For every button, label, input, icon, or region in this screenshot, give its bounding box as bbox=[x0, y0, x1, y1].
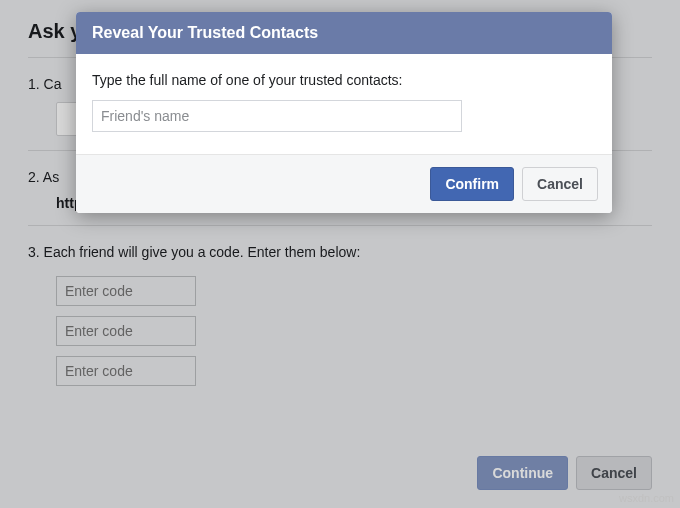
modal-footer: Confirm Cancel bbox=[76, 154, 612, 213]
reveal-contacts-modal: Reveal Your Trusted Contacts Type the fu… bbox=[76, 12, 612, 213]
modal-title: Reveal Your Trusted Contacts bbox=[76, 12, 612, 54]
modal-cancel-button[interactable]: Cancel bbox=[522, 167, 598, 201]
confirm-button[interactable]: Confirm bbox=[430, 167, 514, 201]
modal-prompt: Type the full name of one of your truste… bbox=[92, 72, 596, 88]
modal-body: Type the full name of one of your truste… bbox=[76, 54, 612, 154]
friend-name-input[interactable] bbox=[92, 100, 462, 132]
watermark: wsxdn.com bbox=[619, 492, 674, 504]
